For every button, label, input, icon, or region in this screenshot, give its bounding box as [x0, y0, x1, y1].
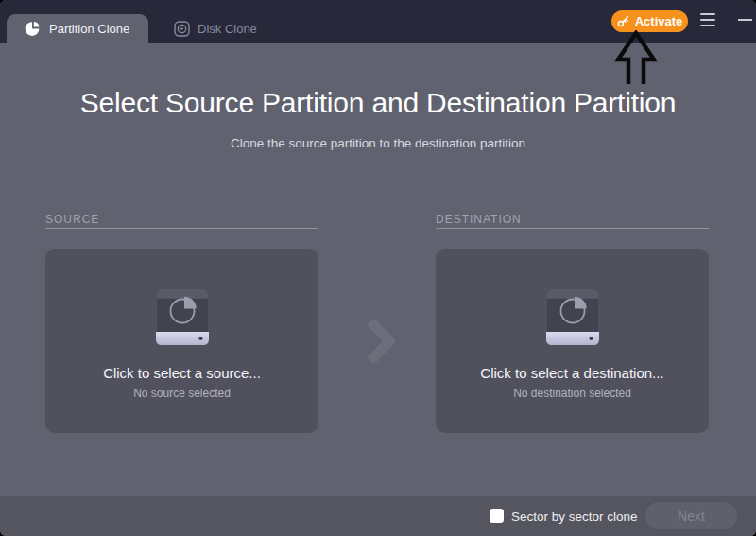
minimize-button[interactable]	[738, 19, 752, 21]
page-title: Select Source Partition and Destination …	[0, 87, 756, 119]
disk-icon	[174, 21, 190, 37]
pie-chart-icon	[25, 21, 41, 37]
source-section-label: SOURCE	[45, 213, 99, 226]
source-prompt: Click to select a source...	[103, 365, 261, 382]
destination-prompt: Click to select a destination...	[480, 365, 663, 382]
destination-status: No destination selected	[513, 387, 631, 400]
tab-partition-clone-label: Partition Clone	[49, 22, 129, 36]
partition-drive-icon	[546, 288, 599, 345]
hamburger-menu-icon[interactable]	[700, 13, 715, 26]
select-destination-panel[interactable]: Click to select a destination... No dest…	[436, 249, 709, 433]
next-button[interactable]: Next	[645, 502, 737, 529]
up-arrow-icon	[614, 30, 658, 85]
sector-by-sector-label[interactable]: Sector by sector clone	[511, 510, 638, 524]
source-divider	[45, 228, 318, 229]
source-status: No source selected	[133, 387, 231, 400]
select-source-panel[interactable]: Click to select a source... No source se…	[45, 249, 318, 433]
activate-button[interactable]: Activate	[611, 10, 688, 32]
partition-drive-icon	[156, 288, 209, 345]
footer-bar	[0, 496, 756, 536]
tab-disk-clone-label: Disk Clone	[198, 22, 257, 36]
destination-section-label: DESTINATION	[436, 213, 522, 226]
page-subtitle: Clone the source partition to the destin…	[0, 136, 756, 150]
tab-partition-clone[interactable]: Partition Clone	[7, 14, 148, 43]
destination-divider	[436, 228, 709, 229]
app-window: Partition Clone Disk Clone Activate Sele…	[0, 0, 756, 536]
activate-label: Activate	[635, 14, 683, 28]
sector-by-sector-checkbox[interactable]	[490, 509, 504, 523]
chevron-right-icon	[365, 317, 395, 366]
tab-disk-clone[interactable]: Disk Clone	[174, 14, 257, 43]
key-icon	[617, 15, 629, 27]
